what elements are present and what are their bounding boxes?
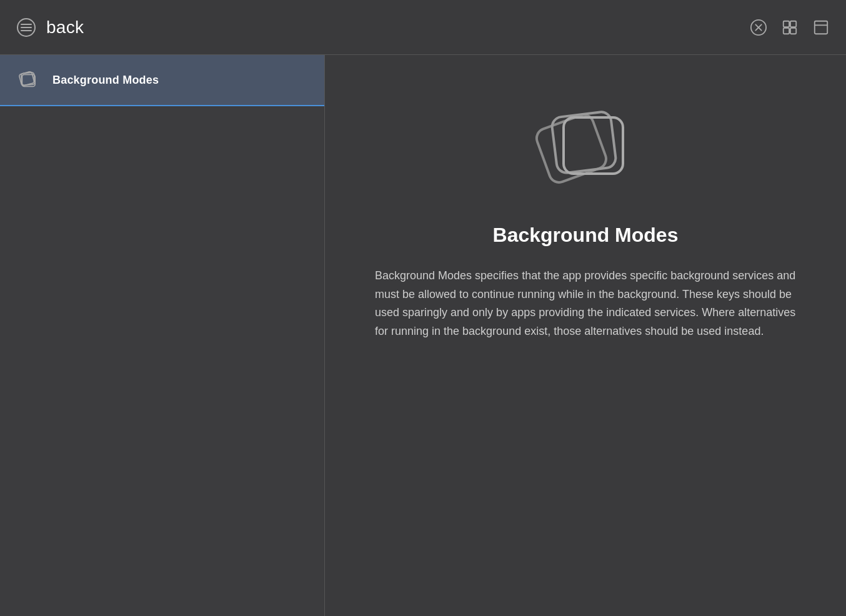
- svg-rect-9: [784, 27, 789, 33]
- content-area: Background Modes Background Modes specif…: [325, 55, 846, 616]
- svg-rect-10: [790, 27, 796, 33]
- content-title: Background Modes: [493, 224, 679, 247]
- menu-icon[interactable]: [15, 16, 37, 39]
- sidebar: Background Modes: [0, 55, 325, 616]
- title-bar-controls: [749, 17, 831, 37]
- cards-icon: [14, 66, 41, 94]
- close-button[interactable]: [749, 17, 769, 37]
- background-modes-icon: [529, 92, 642, 205]
- svg-rect-8: [790, 21, 796, 26]
- sidebar-item-background-modes[interactable]: Background Modes: [0, 55, 324, 106]
- content-description: Background Modes specifies that the app …: [375, 267, 796, 341]
- svg-rect-7: [784, 21, 789, 26]
- svg-rect-11: [815, 21, 827, 33]
- svg-rect-17: [551, 111, 617, 174]
- window-button[interactable]: [811, 17, 831, 37]
- title-bar-title: back: [46, 17, 84, 37]
- grid-view-button[interactable]: [780, 17, 800, 37]
- title-bar-left: back: [15, 16, 84, 39]
- main-layout: Background Modes Background Modes Backgr…: [0, 55, 846, 616]
- title-bar: back: [0, 0, 846, 55]
- sidebar-item-label: Background Modes: [52, 74, 159, 87]
